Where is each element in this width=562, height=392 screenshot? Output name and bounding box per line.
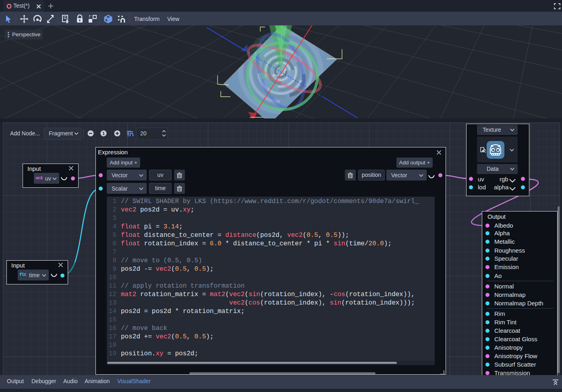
svg-text:1: 1 — [102, 131, 104, 136]
